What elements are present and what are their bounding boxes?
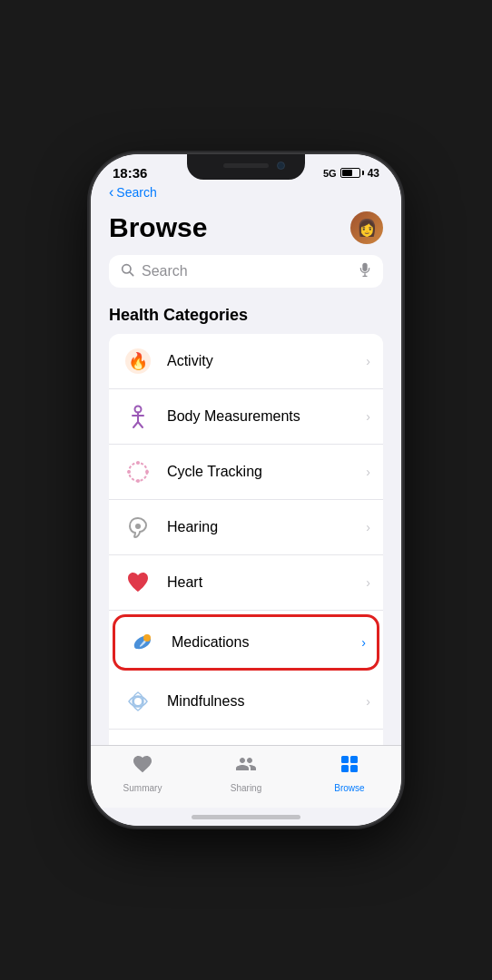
mobility-icon (122, 740, 154, 745)
tab-sharing[interactable]: Sharing (194, 753, 298, 793)
phone-frame: 18:36 5G 43 ‹ Search B (91, 154, 401, 826)
svg-line-9 (133, 422, 138, 427)
category-item-heart[interactable]: Heart › (109, 555, 383, 611)
svg-point-20 (133, 697, 143, 706)
svg-point-16 (135, 524, 141, 529)
cycle-tracking-chevron-icon: › (366, 465, 370, 479)
body-measurements-chevron-icon: › (366, 409, 370, 424)
screen: 18:36 5G 43 ‹ Search B (91, 154, 401, 826)
network-indicator: 5G (323, 168, 337, 179)
svg-point-18 (143, 634, 151, 642)
category-item-medications[interactable]: Medications › (113, 614, 379, 671)
tab-browse[interactable]: Browse (298, 753, 401, 793)
battery-icon (340, 168, 364, 178)
status-time: 18:36 (113, 165, 147, 181)
cycle-tracking-label: Cycle Tracking (167, 464, 366, 480)
category-item-hearing[interactable]: Hearing › (109, 500, 383, 555)
home-indicator (91, 808, 401, 826)
avatar-image: 👩 (357, 218, 377, 238)
body-measurements-icon (122, 400, 154, 433)
svg-rect-28 (350, 765, 358, 772)
back-button[interactable]: ‹ Search (109, 184, 157, 201)
heart-chevron-icon: › (366, 575, 370, 590)
search-bar[interactable]: Search (109, 255, 383, 288)
mindfulness-chevron-icon: › (366, 694, 370, 709)
mindfulness-icon (122, 685, 154, 718)
svg-point-13 (145, 470, 149, 474)
svg-point-12 (136, 461, 140, 465)
search-icon (120, 262, 134, 280)
category-list: 🔥 Activity › (109, 334, 383, 745)
svg-line-1 (130, 272, 133, 276)
browse-tab-icon (339, 753, 360, 780)
hearing-label: Hearing (167, 519, 366, 535)
svg-line-10 (138, 422, 143, 427)
category-item-mobility[interactable]: Mobility › (109, 730, 383, 745)
svg-rect-27 (341, 765, 349, 772)
svg-point-14 (136, 479, 140, 483)
back-label: Search (116, 185, 156, 200)
activity-icon: 🔥 (122, 345, 154, 377)
category-item-body-measurements[interactable]: Body Measurements › (109, 389, 383, 445)
back-nav: ‹ Search (91, 181, 401, 204)
category-item-cycle-tracking[interactable]: Cycle Tracking › (109, 445, 383, 500)
medications-label: Medications (172, 634, 361, 651)
svg-rect-26 (350, 756, 358, 763)
avatar[interactable]: 👩 (350, 211, 383, 244)
notch (187, 154, 305, 180)
page-title: Browse (109, 212, 207, 243)
page-header: Browse 👩 (109, 204, 383, 255)
microphone-icon[interactable] (358, 262, 372, 280)
speaker (223, 163, 269, 168)
battery-percentage: 43 (368, 167, 379, 180)
tab-summary[interactable]: Summary (91, 753, 194, 793)
status-right: 5G 43 (323, 167, 379, 180)
svg-point-11 (129, 463, 147, 481)
category-item-mindfulness[interactable]: Mindfulness › (109, 674, 383, 730)
activity-label: Activity (167, 353, 366, 369)
svg-point-15 (127, 470, 131, 474)
heart-icon (122, 566, 154, 599)
svg-rect-25 (341, 756, 349, 763)
search-placeholder: Search (142, 263, 350, 279)
sharing-tab-icon (235, 753, 257, 780)
svg-point-6 (135, 407, 142, 413)
back-chevron-icon: ‹ (109, 184, 113, 201)
hearing-icon (122, 511, 154, 544)
svg-point-19 (134, 643, 140, 649)
main-content: Browse 👩 Search (91, 204, 401, 745)
cycle-tracking-icon (122, 456, 154, 488)
tab-bar: Summary Sharing (91, 745, 401, 808)
camera (277, 162, 285, 170)
medications-chevron-icon: › (361, 635, 366, 650)
body-measurements-label: Body Measurements (167, 408, 366, 425)
activity-chevron-icon: › (366, 354, 370, 368)
section-title: Health Categories (109, 306, 383, 325)
heart-label: Heart (167, 574, 366, 591)
summary-tab-icon (132, 753, 153, 780)
mindfulness-label: Mindfulness (167, 693, 366, 710)
category-item-activity[interactable]: 🔥 Activity › (109, 334, 383, 389)
home-bar (192, 815, 300, 819)
medications-icon (126, 626, 159, 659)
svg-text:🔥: 🔥 (128, 351, 149, 371)
browse-tab-label: Browse (334, 783, 364, 793)
hearing-chevron-icon: › (366, 520, 370, 534)
summary-tab-label: Summary (123, 783, 162, 793)
sharing-tab-label: Sharing (231, 783, 261, 793)
